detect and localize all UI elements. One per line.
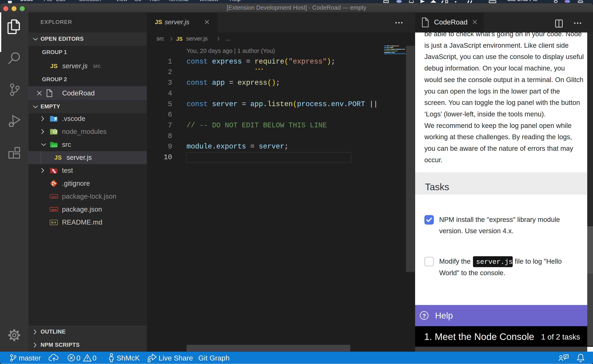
svg-text:JS: JS xyxy=(53,130,56,133)
svg-text:</>: </> xyxy=(52,145,57,148)
svg-text:M: M xyxy=(51,221,53,224)
svg-text:npm: npm xyxy=(51,195,57,198)
svg-text:npm: npm xyxy=(51,208,57,211)
